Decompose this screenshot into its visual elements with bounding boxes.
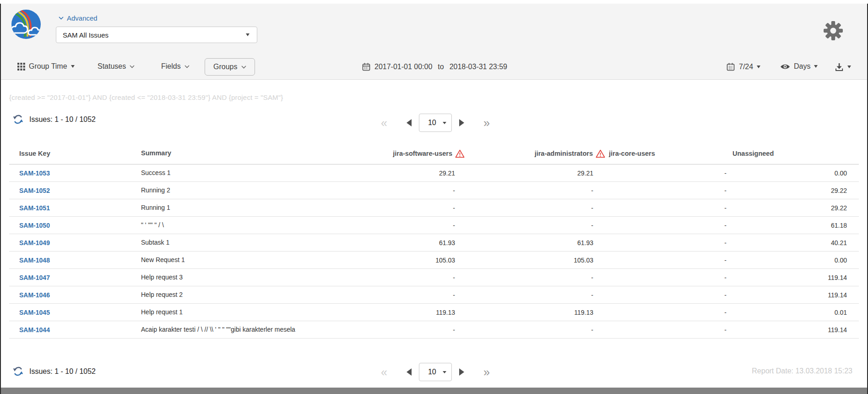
prev-page-button[interactable] — [407, 368, 412, 376]
cell-value: - — [609, 234, 732, 252]
table-row: SAM-1048 New Request 1 105.03 105.03 - 0… — [9, 252, 859, 269]
display-unit-dropdown[interactable]: Days — [780, 62, 818, 71]
first-page-button[interactable]: « — [381, 117, 387, 129]
next-page-button[interactable] — [459, 368, 464, 376]
date-to: 2018-03-31 23:59 — [450, 63, 507, 71]
refresh-icon[interactable] — [13, 366, 23, 377]
refresh-icon[interactable] — [13, 114, 23, 125]
cell-value: - — [465, 217, 609, 234]
warning-icon[interactable] — [596, 149, 605, 158]
issue-key-link[interactable]: SAM-1045 — [19, 309, 50, 316]
first-page-button[interactable]: « — [381, 367, 387, 378]
cell-value: - — [609, 321, 732, 339]
table-header-row: Issue Key Summary jira-software-users ji… — [9, 143, 859, 164]
calendar-mode-dropdown[interactable]: 7/24 — [726, 62, 760, 71]
cell-value: 119.13 — [465, 304, 609, 321]
issues-count-label: Issues: 1 - 10 / 1052 — [29, 367, 96, 376]
report-date: Report Date: 13.03.2018 15:23 — [752, 367, 852, 375]
pagination-top: « 10 » — [381, 114, 490, 132]
issue-summary: Success 1 — [137, 164, 314, 182]
pagination-bottom: « 10 » — [381, 363, 490, 381]
fields-dropdown[interactable]: Fields — [161, 62, 190, 71]
groups-dropdown-button[interactable]: Groups — [205, 58, 255, 76]
statuses-label: Statuses — [98, 62, 126, 71]
cell-value: - — [465, 321, 609, 339]
issue-key-link[interactable]: SAM-1051 — [19, 204, 50, 212]
statuses-dropdown[interactable]: Statuses — [98, 62, 135, 71]
jql-query-text: {created >= "2017-01-01"} AND {created <… — [9, 93, 283, 101]
col-unassigned: Unassigneed — [732, 143, 859, 164]
eye-icon — [780, 63, 790, 70]
issue-key-link[interactable]: SAM-1046 — [19, 291, 50, 299]
cell-value: - — [314, 286, 465, 304]
cell-value: 0.01 — [732, 304, 859, 321]
page-size-value: 10 — [428, 368, 436, 376]
col-issue-key: Issue Key — [9, 143, 137, 164]
issue-key-link[interactable]: SAM-1049 — [19, 239, 50, 246]
cell-value: 61.93 — [465, 234, 609, 252]
cell-value: - — [314, 182, 465, 199]
date-from: 2017-01-01 00:00 — [374, 63, 432, 71]
table-row: SAM-1053 Success 1 29.21 29.21 - 0.00 — [9, 164, 859, 182]
issues-count-top: Issues: 1 - 10 / 1052 — [13, 114, 96, 125]
cell-value: - — [465, 269, 609, 286]
issue-key-link[interactable]: SAM-1052 — [19, 187, 50, 194]
issue-summary: Help request 1 — [137, 304, 314, 321]
next-page-button[interactable] — [459, 119, 464, 126]
cell-value: - — [609, 199, 732, 217]
cell-value: 29.21 — [314, 164, 465, 182]
app-page: Advanced SAM All Issues Group Time — [0, 0, 868, 394]
cell-value: 61.93 — [314, 234, 465, 252]
issue-key-link[interactable]: SAM-1044 — [19, 326, 50, 334]
page-size-value: 10 — [428, 119, 436, 127]
issue-key-link[interactable]: SAM-1047 — [19, 274, 50, 281]
cell-value: - — [465, 182, 609, 199]
issue-key-link[interactable]: SAM-1048 — [19, 257, 50, 264]
gear-icon[interactable] — [824, 21, 843, 40]
table-row: SAM-1047 Help request 3 - - - 119.14 — [9, 269, 859, 286]
calendar-mode-label: 7/24 — [739, 63, 753, 71]
col-summary: Summary — [137, 143, 314, 164]
issue-summary: New Request 1 — [137, 252, 314, 269]
table-row: SAM-1051 Running 1 - - - 29.22 — [9, 199, 859, 217]
page-size-select[interactable]: 10 — [419, 114, 452, 132]
caret-down-icon — [814, 65, 818, 68]
issue-key-link[interactable]: SAM-1050 — [19, 222, 50, 229]
issue-key-link[interactable]: SAM-1053 — [19, 170, 50, 177]
chevron-down-icon — [59, 16, 64, 20]
advanced-toggle[interactable]: Advanced — [59, 14, 98, 22]
col-jira-software-users: jira-software-users — [314, 143, 465, 164]
caret-down-icon — [757, 66, 760, 68]
prev-page-button[interactable] — [407, 119, 412, 126]
page-size-select[interactable]: 10 — [419, 363, 452, 381]
col-jira-core-users: jira-core-users — [609, 143, 732, 164]
advanced-label: Advanced — [67, 14, 98, 22]
cell-value: 119.14 — [732, 286, 859, 304]
cell-value: - — [314, 321, 465, 339]
last-page-button[interactable]: » — [483, 117, 490, 129]
cell-value: - — [314, 199, 465, 217]
export-dropdown[interactable] — [835, 62, 851, 71]
window-bottom-bar — [1, 388, 867, 394]
chevron-down-icon — [130, 65, 135, 68]
cell-value: - — [609, 252, 732, 269]
warning-icon[interactable] — [455, 149, 465, 158]
cell-value: 29.21 — [465, 164, 609, 182]
issues-count-bottom: Issues: 1 - 10 / 1052 — [13, 366, 96, 377]
group-time-dropdown[interactable]: Group Time — [17, 62, 75, 71]
download-icon — [835, 62, 844, 71]
cell-value: 61.18 — [732, 217, 859, 234]
cell-value: 0.00 — [732, 164, 859, 182]
cell-value: 119.13 — [314, 304, 465, 321]
cell-value: 119.14 — [732, 269, 859, 286]
issues-count-label: Issues: 1 - 10 / 1052 — [29, 115, 96, 124]
caret-down-icon — [847, 66, 851, 68]
caret-down-icon — [71, 65, 75, 68]
cell-value: 40.21 — [732, 234, 859, 252]
saved-filter-select[interactable]: SAM All Issues — [56, 27, 257, 43]
chevron-down-icon — [184, 65, 190, 68]
cell-value: - — [314, 217, 465, 234]
date-range-control[interactable]: 2017-01-01 00:00 to 2018-03-31 23:59 — [362, 62, 507, 71]
last-page-button[interactable]: » — [483, 367, 490, 378]
window-left-edge — [0, 4, 1, 394]
